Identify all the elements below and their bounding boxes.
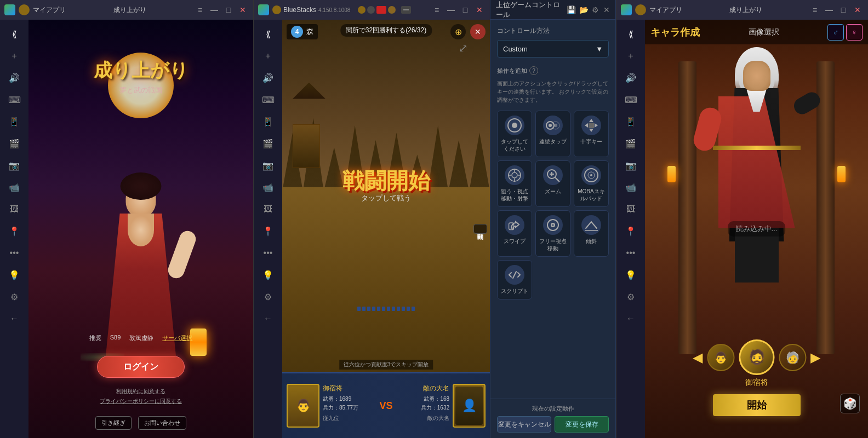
hamburger-btn-right[interactable]: ≡ — [809, 4, 821, 16]
char-arm — [166, 229, 198, 281]
player-info: 御宿将 武勇：1689 兵力：85.77万 従九位 — [323, 384, 375, 422]
middle-sidebar-location-icon[interactable]: 📍 — [258, 221, 278, 241]
close-battle-btn[interactable]: ✕ — [470, 24, 486, 39]
game-battle-viewport[interactable]: 4 森 ⊕ ✕ 関所で32回勝利する(26/32) ⤢ 戦闘開始 タップして戦う — [282, 20, 490, 438]
sidebar-volume-icon[interactable]: 🔊 — [4, 68, 24, 88]
char-portrait-3[interactable]: 🧓 — [779, 344, 806, 371]
right-sidebar-volume-icon[interactable]: 🔊 — [621, 68, 641, 88]
close-btn-middle[interactable]: ✕ — [473, 4, 486, 16]
right-sidebar-more-icon[interactable]: ••• — [621, 243, 641, 263]
right-sidebar-add-icon[interactable]: ＋ — [621, 46, 641, 66]
next-char-btn[interactable]: ▶ — [810, 350, 820, 365]
control-item-aim[interactable]: 狙う・視点移動・射撃 — [497, 160, 532, 207]
right-sidebar-back-icon[interactable]: ← — [621, 309, 641, 328]
control-item-script[interactable]: スクリプト — [497, 260, 532, 299]
control-item-moba[interactable]: MOBAスキルパッド — [574, 160, 609, 207]
sidebar-settings-icon[interactable]: ⚙ — [4, 287, 24, 307]
sidebar-camera-icon[interactable]: 📷 — [4, 155, 24, 175]
right-sidebar-video-icon[interactable]: 🎬 — [621, 134, 641, 153]
sidebar-keyboard-icon[interactable]: ⌨ — [4, 90, 24, 110]
inherit-btn[interactable]: 引き継ぎ — [95, 416, 132, 430]
middle-sidebar-phone-icon[interactable]: 📱 — [258, 112, 278, 131]
sidebar-back-icon[interactable]: ← — [4, 309, 24, 328]
middle-sidebar-gallery-icon[interactable]: 🖼 — [258, 199, 278, 219]
privacy-link[interactable]: プライバシーポリシーに同意する — [100, 397, 182, 405]
control-item-zoom[interactable]: ズーム — [535, 160, 570, 207]
char-portrait-2-selected[interactable]: 🧔 — [739, 339, 774, 375]
sidebar-record-icon[interactable]: 📹 — [4, 177, 24, 197]
maximize-btn-right[interactable]: □ — [837, 4, 849, 16]
middle-sidebar-volume-icon[interactable]: 🔊 — [258, 68, 278, 88]
control-btn-row: 変更をキャンセル 変更を保存 — [497, 416, 609, 433]
sidebar-add-icon[interactable]: ＋ — [4, 46, 24, 66]
middle-sidebar-expand-icon[interactable]: ⟪ — [258, 24, 278, 44]
fullscreen-btn[interactable]: ⊕ — [450, 24, 466, 39]
prev-char-btn[interactable]: ◀ — [693, 350, 703, 365]
right-sidebar-phone-icon[interactable]: 📱 — [621, 112, 641, 131]
control-item-tap[interactable]: タップしてください — [497, 111, 532, 157]
right-sidebar-keyboard-icon[interactable]: ⌨ — [621, 90, 641, 110]
middle-sidebar-settings-icon[interactable]: ⚙ — [258, 287, 278, 307]
right-sidebar-settings-icon[interactable]: ⚙ — [621, 287, 641, 307]
right-sidebar-expand-icon[interactable]: ⟪ — [621, 24, 641, 44]
close-btn-right[interactable]: ✕ — [852, 4, 864, 16]
maximize-btn-middle[interactable]: □ — [459, 4, 471, 16]
middle-sidebar-camera-icon[interactable]: 📷 — [258, 155, 278, 175]
control-dropdown[interactable]: Custom ▼ — [497, 40, 609, 57]
minimize-btn-middle[interactable]: — — [445, 4, 457, 16]
hamburger-btn-left[interactable]: ≡ — [194, 4, 206, 16]
sidebar-gallery-icon[interactable]: 🖼 — [4, 199, 24, 219]
settings-icon[interactable]: ⚙ — [592, 5, 599, 14]
close-btn-left[interactable]: ✕ — [237, 4, 249, 16]
middle-sidebar-keyboard-icon[interactable]: ⌨ — [258, 90, 278, 110]
middle-sidebar-video-icon[interactable]: 🎬 — [258, 134, 278, 153]
contact-btn[interactable]: お問い合わせ — [138, 416, 186, 430]
dice-button[interactable]: 🎲 — [840, 394, 860, 413]
char-portrait-1[interactable]: 👨 — [707, 344, 734, 371]
terms-link[interactable]: 利用規約に同意する — [116, 388, 165, 395]
login-button[interactable]: ログイン — [97, 356, 185, 378]
control-item-repeat-tap[interactable]: 連続タップ — [535, 111, 570, 157]
control-item-swipe[interactable]: スワイプ — [497, 210, 532, 257]
right-sidebar-location-icon[interactable]: 📍 — [621, 221, 641, 241]
middle-left-sidebar: ⟪ ＋ 🔊 ⌨ 📱 🎬 📷 📹 🖼 📍 ••• 💡 ⚙ ← — [254, 20, 282, 438]
male-gender-icon[interactable]: ♂ — [827, 24, 844, 41]
save-icon[interactable]: 💾 — [567, 5, 576, 14]
nav-icon-1[interactable] — [401, 6, 411, 14]
minimize-btn-left[interactable]: — — [208, 4, 220, 16]
cancel-btn[interactable]: 変更をキャンセル — [497, 416, 551, 433]
save-btn[interactable]: 変更を保存 — [555, 416, 609, 433]
tab-icons — [358, 6, 396, 14]
control-close-btn[interactable]: ✕ — [603, 5, 610, 14]
control-item-dpad[interactable]: 十字キー — [574, 111, 609, 157]
middle-sidebar-more-icon[interactable]: ••• — [258, 243, 278, 263]
expand-icon[interactable]: ⤢ — [459, 42, 468, 55]
control-item-freelook[interactable]: フリー視点移動 — [535, 210, 570, 257]
middle-sidebar-add-icon[interactable]: ＋ — [258, 46, 278, 66]
middle-sidebar-record-icon[interactable]: 📹 — [258, 177, 278, 197]
female-gender-icon[interactable]: ♀ — [846, 24, 863, 41]
sidebar-expand-icon[interactable]: ⟪ — [4, 24, 24, 44]
sidebar-video-icon[interactable]: 🎬 — [4, 134, 24, 153]
middle-sidebar-back-icon[interactable]: ← — [258, 309, 278, 328]
sidebar-location-icon[interactable]: 📍 — [4, 221, 24, 241]
minimize-btn-right[interactable]: — — [823, 4, 835, 16]
enemy-label: 敵の大名 — [397, 414, 450, 422]
server-select-btn[interactable]: サーバ選択 — [162, 334, 192, 342]
sidebar-more-icon[interactable]: ••• — [4, 243, 24, 263]
right-sidebar-gallery-icon[interactable]: 🖼 — [621, 199, 641, 219]
start-button[interactable]: 開始 — [713, 394, 801, 416]
right-sidebar-light-icon[interactable]: 💡 — [621, 265, 641, 285]
right-sidebar-camera-icon[interactable]: 📷 — [621, 155, 641, 175]
load-icon[interactable]: 📂 — [579, 5, 589, 14]
maximize-btn-left[interactable]: □ — [222, 4, 235, 16]
sidebar-phone-icon[interactable]: 📱 — [4, 112, 24, 131]
help-icon[interactable]: ? — [529, 66, 538, 75]
control-item-tilt[interactable]: 傾斜 — [574, 210, 609, 257]
sidebar-light-icon[interactable]: 💡 — [4, 265, 24, 285]
right-sidebar-record-icon[interactable]: 📹 — [621, 177, 641, 197]
middle-sidebar-light-icon[interactable]: 💡 — [258, 265, 278, 285]
soldier-1 — [357, 307, 361, 311]
auto-battle-btn[interactable]: 自動戦闘 — [473, 224, 487, 234]
hamburger-btn-middle[interactable]: ≡ — [431, 4, 443, 16]
